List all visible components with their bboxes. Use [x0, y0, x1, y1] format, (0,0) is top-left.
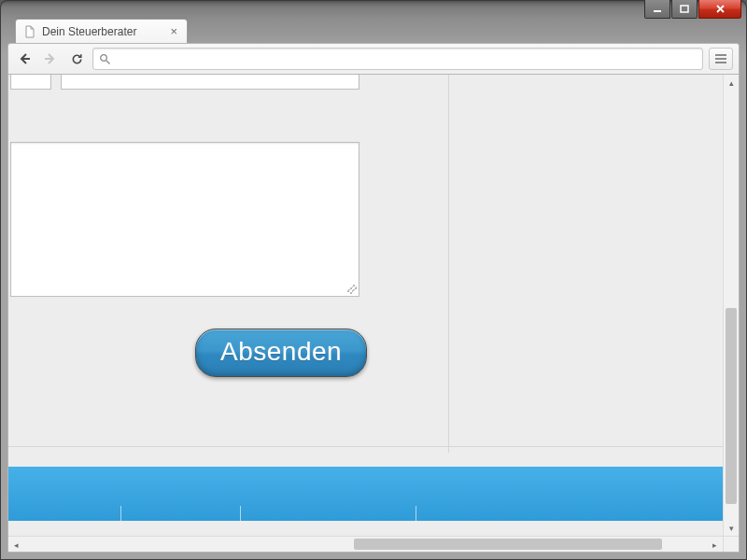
window-titlebar [643, 0, 747, 21]
footer-separator [416, 506, 416, 521]
contact-form: Absenden [8, 75, 449, 453]
page-footer [8, 467, 737, 521]
arrow-left-icon [17, 51, 32, 66]
submit-button[interactable]: Absenden [195, 329, 367, 377]
nav-back-button[interactable] [14, 49, 35, 69]
page-content: Absenden [8, 75, 739, 552]
text-input[interactable] [61, 75, 359, 90]
footer-separator [240, 506, 241, 521]
tab-title: Dein Steuerberater [42, 25, 136, 38]
hamburger-icon [714, 53, 727, 64]
reload-icon [70, 52, 84, 66]
search-icon [99, 53, 111, 65]
address-bar[interactable] [92, 48, 703, 70]
form-label-fragment [10, 75, 51, 90]
address-input[interactable] [117, 52, 697, 66]
scroll-up-button[interactable]: ▴ [724, 75, 740, 91]
minimize-icon [653, 5, 662, 14]
svg-point-2 [101, 54, 107, 61]
tab-strip: Dein Steuerberater × [9, 19, 738, 43]
window-close-button[interactable] [698, 0, 741, 19]
scroll-left-button[interactable]: ◂ [8, 537, 24, 553]
scroll-down-button[interactable]: ▾ [724, 520, 740, 536]
window-maximize-button[interactable] [671, 0, 698, 19]
page-icon [23, 25, 36, 38]
vertical-scroll-thumb[interactable] [726, 308, 737, 504]
footer-separator [120, 506, 121, 521]
browser-toolbar [7, 43, 740, 75]
svg-rect-0 [654, 10, 661, 12]
scroll-right-button[interactable]: ▸ [707, 537, 723, 553]
arrow-right-icon [43, 51, 58, 66]
window-minimize-button[interactable] [644, 0, 670, 19]
scroll-corner [723, 536, 739, 552]
svg-rect-1 [681, 6, 688, 12]
nav-reload-button[interactable] [66, 49, 87, 69]
horizontal-scroll-thumb[interactable] [354, 539, 662, 550]
message-textarea[interactable] [10, 142, 359, 297]
page-viewport: Absenden ▴ ▾ ◂ ▸ [7, 75, 740, 553]
vertical-scrollbar[interactable]: ▴ ▾ [723, 75, 739, 536]
browser-menu-button[interactable] [709, 48, 733, 70]
window-frame: Dein Steuerberater × Absenden [0, 0, 747, 560]
browser-tab[interactable]: Dein Steuerberater × [15, 19, 188, 43]
horizontal-scrollbar[interactable]: ◂ ▸ [8, 536, 723, 552]
close-icon [715, 4, 726, 14]
maximize-icon [680, 5, 689, 14]
divider [8, 446, 739, 447]
nav-forward-button[interactable] [40, 49, 61, 69]
tab-close-button[interactable]: × [168, 24, 179, 38]
